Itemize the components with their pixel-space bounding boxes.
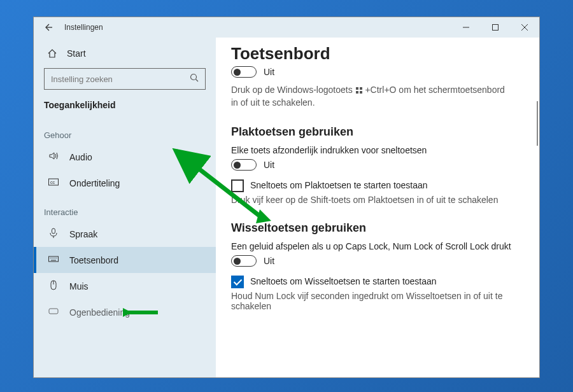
maximize-button[interactable] xyxy=(481,17,510,38)
search-icon xyxy=(190,73,199,85)
sidebar-item-toetsenbord[interactable]: Toetsenbord xyxy=(34,247,216,273)
mouse-icon xyxy=(48,279,59,293)
settings-window: Instellingen Start To xyxy=(33,17,540,378)
audio-icon xyxy=(48,150,59,164)
svg-text:cc: cc xyxy=(50,180,55,185)
home-label: Start xyxy=(67,48,86,59)
togglekeys-check-label: Sneltoets om Wisseltoetsen te starten to… xyxy=(250,276,437,288)
sidebar-item-ogenbediening[interactable]: Ogenbediening xyxy=(34,299,216,325)
togglekeys-hint: Houd Num Lock vijf seconden ingedrukt om… xyxy=(231,291,505,311)
svg-point-4 xyxy=(191,74,197,80)
close-button[interactable] xyxy=(510,17,539,38)
sidebar-item-audio[interactable]: Audio xyxy=(34,144,216,170)
togglekeys-shortcut-checkbox[interactable] xyxy=(231,276,244,288)
sidebar: Start Toegankelijkheid Gehoor Audio cc xyxy=(34,38,216,377)
minimize-button[interactable] xyxy=(451,17,481,38)
mic-icon xyxy=(48,227,59,241)
home-icon xyxy=(46,48,58,59)
content-pane: Toetsenbord Uit Druk op de Windows-logot… xyxy=(216,38,539,377)
scrollbar-thumb[interactable] xyxy=(537,101,538,146)
group-interactie: Interactie xyxy=(34,196,216,221)
sidebar-item-label: Spraak xyxy=(69,229,97,239)
page-title: Toetsenbord xyxy=(231,44,524,64)
sidebar-item-label: Ondertiteling xyxy=(69,178,120,188)
onscreen-hint: Druk op de Windows-logotoets +Ctrl+O om … xyxy=(231,84,505,109)
sidebar-item-spraak[interactable]: Spraak xyxy=(34,221,216,247)
togglekeys-field-label: Een geluid afspelen als u op Caps Lock, … xyxy=(231,241,524,251)
windows-logo-glyph xyxy=(356,87,362,94)
eye-icon xyxy=(48,305,59,319)
window-title: Instellingen xyxy=(64,23,103,32)
titlebar: Instellingen xyxy=(34,17,539,38)
keyboard-icon xyxy=(48,253,59,267)
toggle-state-label: Uit xyxy=(264,160,274,170)
home-button[interactable]: Start xyxy=(34,43,216,64)
togglekeys-heading: Wisseltoetsen gebruiken xyxy=(231,221,524,235)
sticky-hint: Druk vijf keer op de Shift-toets om Plak… xyxy=(231,195,505,205)
toggle-state-label: Uit xyxy=(264,67,274,77)
svg-rect-8 xyxy=(52,228,55,234)
sidebar-item-label: Audio xyxy=(69,152,92,162)
svg-rect-9 xyxy=(49,256,59,262)
sticky-field-label: Elke toets afzonderlijk indrukken voor s… xyxy=(231,145,524,155)
svg-rect-1 xyxy=(493,25,499,31)
sidebar-item-label: Ogenbediening xyxy=(69,307,130,318)
search-box[interactable] xyxy=(44,68,206,90)
toggle-state-label: Uit xyxy=(264,256,274,266)
back-button[interactable] xyxy=(34,17,62,38)
group-gehoor: Gehoor xyxy=(34,119,216,144)
sticky-check-label: Sneltoets om Plaktoetsen te starten toes… xyxy=(250,179,428,192)
svg-rect-19 xyxy=(49,309,58,314)
svg-line-5 xyxy=(196,80,199,82)
cc-icon: cc xyxy=(48,176,59,190)
sidebar-item-ondertiteling[interactable]: cc Ondertiteling xyxy=(34,170,216,196)
onscreen-keyboard-toggle[interactable] xyxy=(231,66,257,78)
sidebar-item-label: Toetsenbord xyxy=(69,255,118,265)
sidebar-item-muis[interactable]: Muis xyxy=(34,273,216,299)
sticky-shortcut-checkbox[interactable] xyxy=(231,179,244,192)
sticky-heading: Plaktoetsen gebruiken xyxy=(231,125,524,139)
sticky-keys-toggle[interactable] xyxy=(231,159,257,171)
toggle-keys-toggle[interactable] xyxy=(231,255,257,267)
search-input[interactable] xyxy=(51,74,190,84)
section-title: Toegankelijkheid xyxy=(34,99,216,119)
sidebar-item-label: Muis xyxy=(69,281,88,291)
